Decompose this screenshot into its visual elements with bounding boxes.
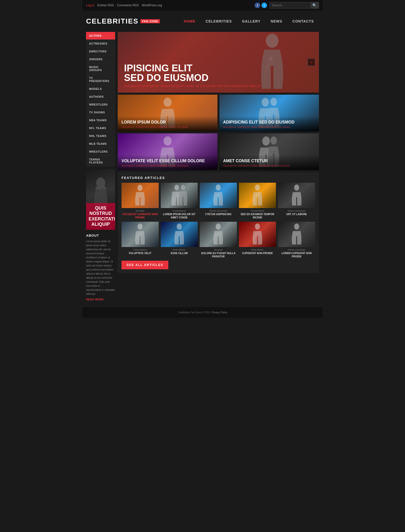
- svg-point-2: [269, 56, 273, 60]
- article-5-cat: Mauris accumsan: [278, 210, 315, 212]
- grid-card-2[interactable]: ADIPISICING ELIT SED DO EIUSMOD OCCAECAT…: [219, 95, 319, 131]
- sidebar-item-actors[interactable]: ACTORS: [86, 32, 115, 40]
- article-4-title: SED DO EIUSMOD TEMPOR INCIDID: [239, 213, 276, 219]
- article-9-thumb: [239, 222, 276, 247]
- grid-card-3[interactable]: VOLUPTATE VELIT ESSE CILLUM DOLORE OCCAE…: [118, 133, 217, 170]
- article-10-cat: Mauris accumsan: [278, 249, 315, 251]
- article-5[interactable]: Mauris accumsan UNT UT LABORE: [278, 183, 315, 219]
- article-1[interactable]: Sit amet OCCAECAT CUPIDATAT NON PROIDE: [122, 183, 159, 219]
- svg-point-15: [294, 185, 299, 191]
- svg-point-14: [255, 185, 260, 191]
- sidebar-item-authors[interactable]: AUTHORS: [86, 93, 115, 101]
- hero-content: IPISICING ELIT SED DO EIUSMOD Occaecat c…: [118, 58, 268, 93]
- sidebar-item-wrestlers2[interactable]: WRESTLERS: [86, 148, 115, 156]
- sidebar-item-models[interactable]: MODELS: [86, 85, 115, 93]
- svg-point-13: [216, 185, 221, 191]
- article-3[interactable]: Mauris accumsan CTETUR ADIPISICING: [200, 183, 237, 219]
- twitter-button[interactable]: t: [261, 3, 267, 8]
- article-2-title: LOREM IPSUM DOLOR SIT AMET CONSE: [161, 213, 198, 219]
- sidebar-item-wrestlers[interactable]: WRESTLERS: [86, 101, 115, 109]
- hero-next-arrow[interactable]: ›: [308, 58, 315, 66]
- nav-gallery[interactable]: GALLERY: [237, 14, 266, 29]
- article-2-thumb: [161, 183, 198, 208]
- sidebar-item-tennis-players[interactable]: TENNIS PLAYERS: [86, 156, 115, 167]
- article-2-cat: Consectetuer: [161, 210, 198, 212]
- articles-row-1: Sit amet OCCAECAT CUPIDATAT NON PROIDE C…: [122, 183, 315, 219]
- grid-card-3-overlay: VOLUPTATE VELIT ESSE CILLUM DOLORE OCCAE…: [118, 155, 217, 170]
- grid-card-4[interactable]: AMET CONSE CTETUR OCCAECAT CUPIDATAT NON…: [219, 133, 319, 170]
- article-7-thumb: [161, 222, 198, 247]
- article-9-title: CUPIDATAT NON PROIDE: [239, 252, 276, 255]
- svg-point-1: [266, 34, 278, 48]
- svg-point-17: [177, 223, 182, 230]
- hero-title-line1: IPISICING ELIT: [124, 63, 261, 73]
- article-8-title: DOLORE EU FUGIAT NULLA PARIATUR: [200, 252, 237, 258]
- article-3-thumb: [200, 183, 237, 208]
- svg-point-19: [255, 223, 260, 230]
- grid-card-3-sub: OCCAECAT CUPIDATAT NON PROIDENT SUNT IN …: [122, 165, 214, 167]
- topbar: Log in Entries RSS Comments RSS WordPres…: [82, 0, 323, 11]
- nav-celebrities[interactable]: CELEBRITIES: [200, 14, 237, 29]
- article-7-cat: Proin dictum: [161, 249, 198, 251]
- content-area: IPISICING ELIT SED DO EIUSMOD Occaecat c…: [118, 32, 319, 301]
- article-9[interactable]: Proin dictum CUPIDATAT NON PROIDE: [239, 222, 276, 258]
- facebook-button[interactable]: f: [255, 3, 260, 8]
- article-8-thumb: [200, 222, 237, 247]
- nav-news[interactable]: NEWS: [266, 14, 287, 29]
- article-6[interactable]: Consectetuer VOLUPTATE VELIT: [122, 222, 159, 258]
- search-input[interactable]: [270, 3, 310, 8]
- hero-slider: IPISICING ELIT SED DO EIUSMOD Occaecat c…: [118, 32, 319, 93]
- about-section: ABOUT Lorem ipsum dolor sit amet conse c…: [86, 234, 115, 301]
- comments-rss-link[interactable]: Comments RSS: [117, 4, 139, 7]
- article-4[interactable]: Consectetuer SED DO EIUSMOD TEMPOR INCID…: [239, 183, 276, 219]
- article-1-title: OCCAECAT CUPIDATAT NON PROIDE: [122, 213, 159, 219]
- article-3-cat: Mauris accumsan: [200, 210, 237, 212]
- featured-section: FEATURED ARTICLES Sit amet OCCAECAT CUPI…: [118, 172, 319, 273]
- grid-card-4-sub: OCCAECAT CUPIDATAT NON PROIDENT SUNT IN …: [223, 165, 315, 167]
- grid-card-1-title: LOREM IPSUM DOLOR: [122, 120, 214, 125]
- sidebar-item-nfl-teams[interactable]: NFL TEAMS: [86, 124, 115, 132]
- grid-card-1[interactable]: LOREM IPSUM DOLOR OCCAECAT CUPIDATAT NON…: [118, 95, 217, 131]
- nav-home[interactable]: HOME: [179, 14, 200, 29]
- sidebar-item-tv-presenters[interactable]: TV PRESENTERS: [86, 74, 115, 85]
- article-10[interactable]: Mauris accumsan LOREM CUPIDATAT NON PROI…: [278, 222, 315, 258]
- grid-card-1-sub: OCCAECAT CUPIDATAT NON PROIDENT SUNT IN …: [122, 126, 214, 128]
- search-button[interactable]: 🔍: [310, 2, 319, 8]
- nav-contacts[interactable]: CONTACTS: [287, 14, 319, 29]
- grid-card-3-title: VOLUPTATE VELIT ESSE CILLUM DOLORE: [122, 158, 214, 163]
- sidebar-item-actresses[interactable]: ACTRESSES: [86, 40, 115, 48]
- svg-point-6: [270, 98, 277, 106]
- privacy-policy-link[interactable]: Privacy Policy: [212, 311, 227, 314]
- grid-card-1-overlay: LOREM IPSUM DOLOR OCCAECAT CUPIDATAT NON…: [118, 116, 217, 131]
- sidebar-item-directors[interactable]: DIRECTORS: [86, 48, 115, 55]
- article-7[interactable]: Proin dictum ESSE CILLUM: [161, 222, 198, 258]
- article-6-thumb: [122, 222, 159, 247]
- article-2[interactable]: Consectetuer LOREM IPSUM DOLOR SIT AMET …: [161, 183, 198, 219]
- grid-card-4-overlay: AMET CONSE CTETUR OCCAECAT CUPIDATAT NON…: [219, 155, 319, 170]
- sidebar-item-tv-shows[interactable]: TV SHOWS: [86, 109, 115, 116]
- sidebar-item-nba-teams[interactable]: NBA TEAMS: [86, 116, 115, 124]
- sidebar-item-music-groups[interactable]: MUSIC GROUPS: [86, 63, 115, 74]
- about-title: ABOUT: [86, 234, 115, 237]
- article-6-cat: Consectetuer: [122, 249, 159, 251]
- svg-point-16: [137, 223, 143, 230]
- article-7-title: ESSE CILLUM: [161, 252, 198, 255]
- svg-point-10: [137, 185, 143, 191]
- main-layout: ACTORS ACTRESSES DIRECTORS SINGERS MUSIC…: [82, 32, 323, 305]
- featured-header: FEATURED ARTICLES: [122, 176, 315, 180]
- read-more-link[interactable]: READ MORE: [86, 298, 115, 301]
- sidebar-item-nhl-teams[interactable]: NHL TEAMS: [86, 132, 115, 140]
- see-all-button[interactable]: SEE ALL ARTICLES: [122, 261, 168, 269]
- sidebar: ACTORS ACTRESSES DIRECTORS SINGERS MUSIC…: [86, 32, 115, 301]
- hero-title-line2: SED DO EIUSMOD: [124, 73, 261, 83]
- svg-point-9: [270, 136, 277, 145]
- svg-point-11: [174, 185, 179, 190]
- logo: CELEBRITIES FAN ZONE: [86, 17, 160, 25]
- wordpress-link[interactable]: WordPress.org: [142, 4, 162, 7]
- article-3-title: CTETUR ADIPISICING: [200, 213, 237, 216]
- sidebar-item-mlb-teams[interactable]: MLB TEAMS: [86, 140, 115, 148]
- entries-rss-link[interactable]: Entries RSS: [97, 4, 114, 7]
- article-8[interactable]: Sit amet DOLORE EU FUGIAT NULLA PARIATUR: [200, 222, 237, 258]
- sidebar-item-singers[interactable]: SINGERS: [86, 55, 115, 63]
- login-link[interactable]: Log in: [86, 4, 94, 7]
